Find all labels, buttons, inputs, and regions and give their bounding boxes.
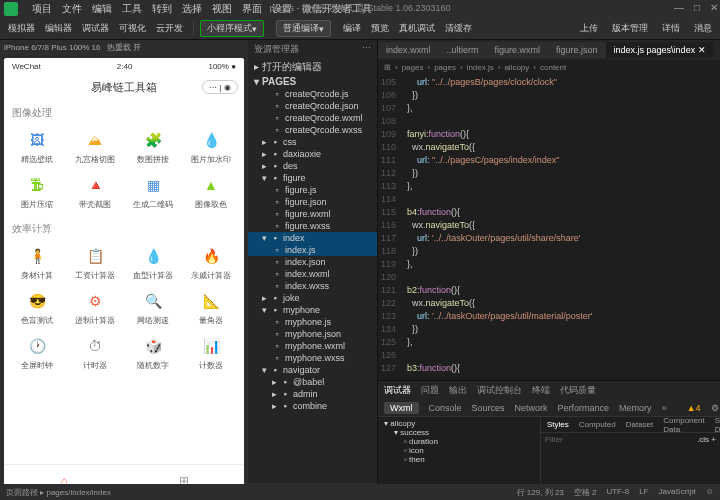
tree-createQrcode.js[interactable]: ▫createQrcode.js — [248, 88, 377, 100]
tree-figure.json[interactable]: ▫figure.json — [248, 196, 377, 208]
open-editors-section[interactable]: ▸ 打开的编辑器 — [248, 59, 377, 75]
tree-index.wxss[interactable]: ▫index.wxss — [248, 280, 377, 292]
menu-文件[interactable]: 文件 — [57, 3, 87, 14]
tb-云开发[interactable]: 云开发 — [152, 20, 187, 37]
menu-选择[interactable]: 选择 — [177, 3, 207, 14]
tree-figure.js[interactable]: ▫figure.js — [248, 184, 377, 196]
status-LF[interactable]: LF — [639, 487, 648, 498]
grid-item-色盲测试[interactable]: 😎色盲测试 — [8, 285, 66, 330]
grid-item-图像取色[interactable]: ▲图像取色 — [182, 169, 240, 214]
grid-item-九宫格切图[interactable]: ⛰九宫格切图 — [66, 124, 124, 169]
grid-item-数图拼接[interactable]: 🧩数图拼接 — [124, 124, 182, 169]
tab-figure.wxml[interactable]: figure.wxml — [487, 42, 549, 58]
dt-tab-Wxml[interactable]: Wxml — [384, 402, 419, 414]
grid-item-量角器[interactable]: 📐量角器 — [182, 285, 240, 330]
filter-input[interactable]: Filter — [545, 435, 563, 444]
tree-index.json[interactable]: ▫index.json — [248, 256, 377, 268]
dt-sub-Computed[interactable]: Computed — [579, 420, 616, 429]
device-selector[interactable]: iPhone 6/7/8 Plus 100% 16 — [4, 43, 101, 52]
menu-编辑[interactable]: 编辑 — [87, 3, 117, 14]
grid-item-图片压缩[interactable]: 🗜图片压缩 — [8, 169, 66, 214]
status-UTF-8[interactable]: UTF-8 — [606, 487, 629, 498]
dt-top-输出[interactable]: 输出 — [449, 384, 467, 397]
tree-myphone.js[interactable]: ▫myphone.js — [248, 316, 377, 328]
tree-combine[interactable]: ▸ ▪combine — [248, 400, 377, 412]
tab-..ultierm[interactable]: ..ultierm — [439, 42, 487, 58]
phone-simulator[interactable]: WeChat 2:40 100% ● 易峰链工具箱 ⋯ | ◉ 图像处理🖼精选壁… — [4, 58, 244, 496]
dt-tab-Performance[interactable]: Performance — [558, 403, 610, 413]
tree-createQrcode.wxss[interactable]: ▫createQrcode.wxss — [248, 124, 377, 136]
dt-tab-Memory[interactable]: Memory — [619, 403, 652, 413]
code-editor[interactable]: 105 url: "../../pagesB/pages/clock/clock… — [378, 74, 720, 380]
tree-myphone.wxml[interactable]: ▫myphone.wxml — [248, 340, 377, 352]
cls-button[interactable]: .cls + — [697, 435, 716, 444]
tab-figure.json[interactable]: figure.json — [548, 42, 606, 58]
grid-item-图片加水印[interactable]: 💧图片加水印 — [182, 124, 240, 169]
dt-top-调试控制台[interactable]: 调试控制台 — [477, 384, 522, 397]
grid-item-生成二维码[interactable]: ▦生成二维码 — [124, 169, 182, 214]
dt-top-代码质量[interactable]: 代码质量 — [560, 384, 596, 397]
settings-icon[interactable]: ⚙ — [711, 403, 719, 413]
menu-项目[interactable]: 项目 — [27, 3, 57, 14]
status-JavaScript[interactable]: JavaScript — [658, 487, 695, 498]
dt-top-调试器[interactable]: 调试器 — [384, 384, 411, 397]
dt-sub-Dataset[interactable]: Dataset — [626, 420, 654, 429]
tree-@babel[interactable]: ▸ ▪@babel — [248, 376, 377, 388]
tree-daxiaoxie[interactable]: ▸ ▪daxiaoxie — [248, 148, 377, 160]
status-☺[interactable]: ☺ — [706, 487, 714, 498]
menu-转到[interactable]: 转到 — [147, 3, 177, 14]
page-path[interactable]: 页面路径 ▸ pages/index/index — [6, 487, 111, 498]
tb-可视化[interactable]: 可视化 — [115, 20, 150, 37]
tree-index.wxml[interactable]: ▫index.wxml — [248, 268, 377, 280]
tb-预览[interactable]: 预览 — [367, 20, 393, 37]
tb-消息[interactable]: 消息 — [690, 20, 716, 37]
dt-tab-Network[interactable]: Network — [515, 403, 548, 413]
dt-tab-»[interactable]: » — [662, 403, 667, 413]
warning-badge[interactable]: ▲4 — [687, 403, 701, 413]
menu-工具[interactable]: 工具 — [117, 3, 147, 14]
tb-上传[interactable]: 上传 — [576, 20, 602, 37]
tb-调试器[interactable]: 调试器 — [78, 20, 113, 37]
tree-admin[interactable]: ▸ ▪admin — [248, 388, 377, 400]
maximize-button[interactable]: □ — [694, 2, 700, 13]
tree-index[interactable]: ▾ ▪index — [248, 232, 377, 244]
tree-index.js[interactable]: ▫index.js — [248, 244, 377, 256]
tb-模拟器[interactable]: 模拟器 — [4, 20, 39, 37]
close-button[interactable]: ✕ — [710, 2, 718, 13]
explorer-more-icon[interactable]: ⋯ — [362, 43, 371, 56]
dt-tab-Sources[interactable]: Sources — [472, 403, 505, 413]
capsule-button[interactable]: ⋯ | ◉ — [202, 80, 238, 94]
project-root[interactable]: ▾ PAGES — [248, 75, 377, 88]
grid-item-精选壁纸[interactable]: 🖼精选壁纸 — [8, 124, 66, 169]
tree-myphone.wxss[interactable]: ▫myphone.wxss — [248, 352, 377, 364]
tb-真机调试[interactable]: 真机调试 — [395, 20, 439, 37]
grid-item-计时器[interactable]: ⏱计时器 — [66, 330, 124, 375]
menu-界面[interactable]: 界面 — [237, 3, 267, 14]
grid-item-进制计算器[interactable]: ⚙进制计算器 — [66, 285, 124, 330]
tb-编译[interactable]: 编译 — [339, 20, 365, 37]
grid-item-全屏时钟[interactable]: 🕐全屏时钟 — [8, 330, 66, 375]
dt-top-终端[interactable]: 终端 — [532, 384, 550, 397]
tree-joke[interactable]: ▸ ▪joke — [248, 292, 377, 304]
dt-sub-Component Data[interactable]: Component Data — [663, 416, 704, 434]
dt-sub-Styles[interactable]: Styles — [547, 420, 569, 429]
wxml-duration[interactable]: ◦ duration — [380, 437, 538, 446]
status-空格 2[interactable]: 空格 2 — [574, 487, 597, 498]
tb-清缓存[interactable]: 清缓存 — [441, 20, 476, 37]
dt-tab-Console[interactable]: Console — [429, 403, 462, 413]
grid-item-计数器[interactable]: 📊计数器 — [182, 330, 240, 375]
tree-myphone[interactable]: ▾ ▪myphone — [248, 304, 377, 316]
compile-dropdown[interactable]: 普通编译 ▾ — [276, 20, 331, 37]
wxml-success[interactable]: ▾ success — [380, 428, 538, 437]
tab-index.js[interactable]: index.js pages\index ✕ — [606, 42, 714, 58]
breadcrumb[interactable]: ⊞ › pages › pages › index.js › alicopy ›… — [378, 60, 720, 74]
mode-dropdown[interactable]: 小程序模式 ▾ — [200, 20, 264, 37]
grid-item-带壳截图[interactable]: 🔺带壳截图 — [66, 169, 124, 214]
tb-编辑器[interactable]: 编辑器 — [41, 20, 76, 37]
minimize-button[interactable]: — — [674, 2, 684, 13]
tree-createQrcode.json[interactable]: ▫createQrcode.json — [248, 100, 377, 112]
grid-item-随机数字[interactable]: 🎲随机数字 — [124, 330, 182, 375]
grid-item-身材计算[interactable]: 🧍身材计算 — [8, 240, 66, 285]
menu-视图[interactable]: 视图 — [207, 3, 237, 14]
wxml-then[interactable]: ◦ then — [380, 455, 538, 464]
